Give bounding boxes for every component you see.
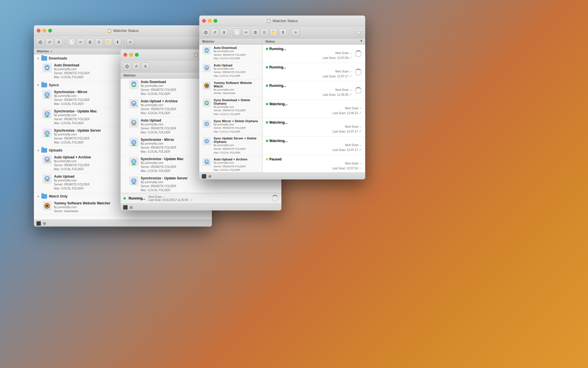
item-icon: ⇅	[129, 176, 138, 185]
export-button[interactable]: ⬆	[113, 38, 121, 46]
delete-button[interactable]: 🗑	[86, 38, 94, 46]
list-item[interactable]: Sync Download + Delete Orphans ftp.yummy…	[199, 97, 262, 118]
edit-button-3[interactable]: ✏	[242, 28, 250, 37]
new-button[interactable]: 📄	[67, 38, 76, 46]
add-button-3[interactable]: ⊕	[208, 174, 212, 179]
bottom-bar-2: ⬛ ⊕	[121, 204, 281, 210]
item-icon	[129, 80, 138, 89]
svg-text:⇅: ⇅	[46, 112, 49, 116]
folder-icon-downloads	[41, 56, 47, 61]
item-icon: ⇅	[129, 157, 138, 166]
svg-rect-45	[132, 145, 136, 146]
folder-icon-uploads	[41, 148, 47, 153]
toolbar-separator-3	[230, 29, 231, 36]
status-header: Status	[262, 39, 278, 44]
status-row[interactable]: Running... Next Scan: -- Last Scan: 12:0…	[262, 45, 365, 63]
folder-button[interactable]: 📁	[104, 38, 112, 46]
traffic-lights-1[interactable]	[37, 29, 52, 32]
export-button-3[interactable]: ⬆	[279, 28, 287, 37]
win3-status-header: Status ▲	[262, 39, 365, 45]
svg-rect-15	[45, 136, 49, 137]
item-icon	[202, 81, 211, 90]
pause-button-3[interactable]: ⏸	[220, 28, 228, 37]
status-row[interactable]: Watching... Next Scan: -- Last Scan: 12:…	[262, 118, 365, 137]
close-button[interactable]	[37, 29, 40, 32]
svg-rect-65	[205, 69, 208, 70]
list-item[interactable]: Yummy Software Website Watch ftp.yummyft…	[199, 80, 262, 97]
svg-text:⇅: ⇅	[46, 131, 49, 135]
status-right: Watching... Next Scan: -- Last Scan: 12:…	[266, 139, 362, 152]
expand-button-3[interactable]: ⬛	[202, 174, 206, 179]
status-row[interactable]: Running... Next Scan: -- Last Scan: 11:4…	[262, 81, 365, 100]
maximize-button[interactable]	[48, 29, 52, 32]
folder-button-3[interactable]: 📁	[270, 28, 278, 37]
expand-button-2[interactable]: ⬛	[123, 205, 128, 210]
copy-button[interactable]: ⎘	[95, 38, 103, 46]
traffic-lights-2[interactable]	[123, 53, 139, 57]
item-icon: ⇅	[129, 138, 138, 147]
copy-button-3[interactable]: ⎘	[260, 28, 268, 37]
list-item[interactable]: Auto Download ftp.yummyftp.comServer: /R…	[199, 45, 262, 62]
new-button-3[interactable]: 📄	[233, 28, 241, 37]
item-info: Auto Upload + Archive ftp.yummyftp.comSe…	[214, 158, 259, 172]
titlebar-1: 📋 Watcher Status	[34, 25, 212, 36]
group-arrow-uploads[interactable]: ▼	[37, 149, 40, 152]
item-icon	[129, 118, 138, 128]
group-arrow-watchonly[interactable]: ▼	[37, 195, 40, 198]
folder-icon-syncs	[41, 83, 47, 87]
refresh-button-2[interactable]: ↺	[132, 62, 140, 70]
filter-button-3[interactable]: ≡	[292, 28, 300, 37]
group-arrow-syncs[interactable]: ▼	[37, 84, 40, 87]
status-row[interactable]: Watching... Next Scan: -- Last Scan: 12:…	[262, 100, 365, 118]
win3-watcher-list[interactable]: Auto Download ftp.yummyftp.comServer: /R…	[199, 45, 262, 172]
pause-button[interactable]: ⏸	[55, 38, 63, 46]
list-item[interactable]: ⇅ Sync Mirror + Delete Orphans ftp.yummy…	[199, 118, 262, 135]
close-button-2[interactable]	[123, 53, 127, 57]
power-button[interactable]: ⏻	[36, 38, 44, 46]
minimize-button-2[interactable]	[129, 53, 133, 57]
svg-rect-73	[205, 104, 208, 105]
maximize-button-3[interactable]	[214, 19, 217, 23]
checkmark-icon: ✓	[349, 93, 352, 97]
pause-button-2[interactable]: ⏸	[141, 62, 149, 70]
filter-button[interactable]: ≡	[126, 38, 134, 46]
bottom-bar-1: ⬛ ⊕	[34, 220, 212, 227]
window-3: 📋 Watcher Status ⏻ ↺ ⏸ 📄 ✏ 🗑 ⎘ 📁 ⬆ ≡ 📋 W…	[199, 16, 365, 179]
collapse-btn[interactable]: ▲	[360, 39, 365, 44]
status-dot	[266, 140, 268, 142]
list-item[interactable]: Auto Upload ftp.yummyftp.comServer: /REM…	[199, 62, 262, 80]
title-icon-2: 📋	[194, 53, 198, 57]
win3-status-list[interactable]: Running... Next Scan: -- Last Scan: 12:0…	[262, 45, 365, 172]
power-button-3[interactable]: ⏻	[202, 28, 210, 37]
edit-button[interactable]: ✏	[77, 38, 85, 46]
maximize-button-2[interactable]	[135, 53, 139, 57]
svg-rect-61	[205, 52, 208, 53]
item-icon	[202, 64, 211, 73]
spinner	[355, 69, 362, 76]
svg-rect-41	[132, 124, 136, 125]
status-row[interactable]: Running... Next Scan: -- Last Scan: 12:0…	[262, 63, 365, 81]
log-button-3[interactable]: 📋	[355, 28, 363, 37]
warning-icon: ⚠	[359, 166, 362, 170]
minimize-button[interactable]	[42, 29, 46, 32]
list-item[interactable]: + Auto Upload + Archive ftp.yummyftp.com…	[199, 156, 262, 172]
refresh-button[interactable]: ↺	[45, 38, 53, 46]
status-row[interactable]: Watching... Next Scan: -- Last Scan: 12:…	[262, 137, 365, 155]
list-item[interactable]: ⇅ Sync Update Server + Delete Orphans ft…	[199, 135, 262, 156]
item-icon-upload	[42, 175, 52, 184]
refresh-button-3[interactable]: ↺	[211, 28, 219, 37]
status-dot	[266, 85, 268, 87]
delete-button-3[interactable]: 🗑	[251, 28, 259, 37]
svg-rect-7	[45, 97, 49, 98]
expand-button[interactable]: ⬛	[36, 221, 41, 226]
item-icon-sync2: ⇅	[42, 109, 52, 118]
traffic-lights-3[interactable]	[202, 19, 217, 23]
group-arrow-downloads[interactable]: ▼	[37, 57, 40, 60]
power-button-2[interactable]: ⏻	[123, 62, 131, 70]
checkmark-icon: ✓	[359, 148, 362, 152]
close-button-3[interactable]	[202, 19, 206, 23]
minimize-button-3[interactable]	[208, 19, 212, 23]
add-button-2[interactable]: ⊕	[129, 205, 133, 210]
status-row[interactable]: Paused Next Scan: -- Last Scan: 12:07:24…	[262, 155, 365, 172]
add-button[interactable]: ⊕	[43, 221, 46, 226]
